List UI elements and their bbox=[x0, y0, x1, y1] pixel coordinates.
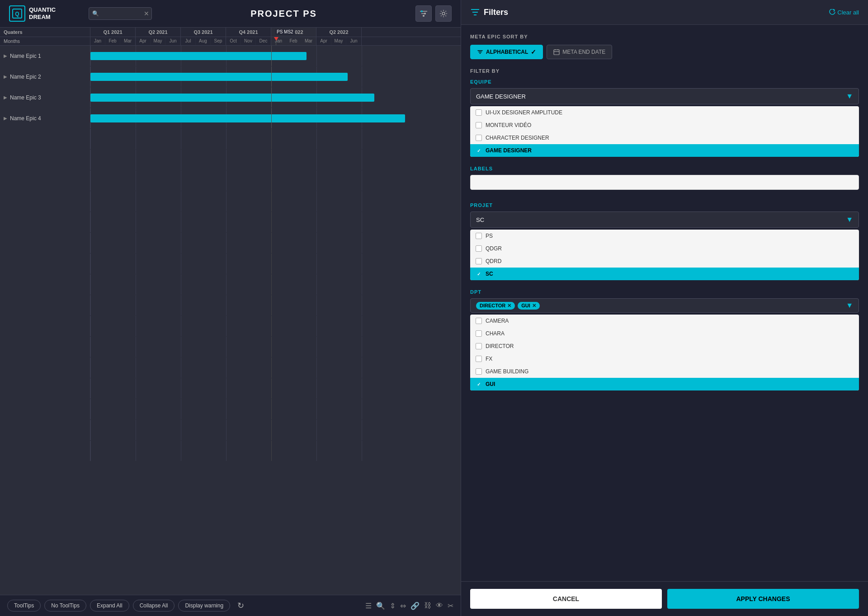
dpt-checkbox-gui[interactable]: ✓ bbox=[476, 381, 482, 387]
sort-meta-end-date-btn[interactable]: META END DATE bbox=[547, 45, 612, 59]
dpt-checkbox-camera[interactable] bbox=[476, 318, 482, 324]
milestone-label: PS MS2 bbox=[275, 29, 295, 35]
projet-checkbox-ps[interactable] bbox=[476, 233, 482, 239]
dpt-checkbox-fx[interactable] bbox=[476, 356, 482, 362]
svg-point-6 bbox=[424, 13, 426, 14]
equipe-option-4-selected[interactable]: ✓ GAME DESIGNER bbox=[470, 144, 859, 157]
equipe-checkbox-1[interactable] bbox=[476, 109, 482, 116]
zoom-in-icon[interactable]: 🔍 bbox=[376, 602, 385, 610]
dpt-checkbox-chara[interactable] bbox=[476, 330, 482, 337]
calendar-icon bbox=[553, 49, 560, 55]
equipe-checkbox-2[interactable] bbox=[476, 122, 482, 128]
expand-icon[interactable]: ▶ bbox=[4, 74, 7, 79]
expand-icon[interactable]: ▶ bbox=[4, 53, 7, 58]
link-icon-2[interactable]: ⛓ bbox=[424, 602, 431, 610]
display-warning-btn[interactable]: Display warning bbox=[178, 600, 230, 611]
expand-icon[interactable]: ▶ bbox=[4, 95, 7, 100]
expand-icon[interactable]: ▶ bbox=[4, 116, 7, 121]
dpt-checkbox-director[interactable] bbox=[476, 343, 482, 349]
projet-checkbox-qdrd[interactable] bbox=[476, 258, 482, 264]
clear-all-btn[interactable]: Clear all bbox=[829, 9, 859, 16]
no-tooltips-btn[interactable]: No ToolTips bbox=[44, 600, 86, 611]
zoom-vertical-icon[interactable]: ⇕ bbox=[390, 602, 396, 610]
logo-text: QUANTIC DREAM bbox=[29, 6, 56, 20]
epic-name: Name Epic 1 bbox=[10, 53, 41, 59]
eye-icon[interactable]: 👁 bbox=[436, 602, 443, 610]
search-clear-icon[interactable]: ✕ bbox=[144, 10, 149, 17]
zoom-horizontal-icon[interactable]: ⇔ bbox=[400, 602, 406, 610]
settings-icon-btn[interactable] bbox=[435, 5, 452, 22]
gantt-bar[interactable] bbox=[90, 94, 374, 102]
list-view-icon[interactable]: ☰ bbox=[365, 602, 372, 610]
equipe-option-3[interactable]: CHARACTER DESIGNER bbox=[470, 132, 859, 144]
dpt-option-director[interactable]: DIRECTOR bbox=[470, 340, 859, 353]
labels-input[interactable] bbox=[470, 175, 859, 190]
projet-option-sc-selected[interactable]: ✓ SC bbox=[470, 268, 859, 280]
search-bar[interactable]: 🔍 ✕ bbox=[89, 7, 152, 20]
projet-option-qdgr[interactable]: QDGR bbox=[470, 242, 859, 255]
projet-checkbox-sc[interactable]: ✓ bbox=[476, 271, 482, 277]
dpt-dropdown[interactable]: DIRECTOR ✕ GUI ✕ ▼ bbox=[470, 298, 859, 313]
expand-all-btn[interactable]: Expand All bbox=[90, 600, 129, 611]
refresh-icon[interactable]: ↻ bbox=[237, 601, 244, 611]
milestone-arrow-icon bbox=[274, 37, 278, 41]
dpt-tag-gui-close-icon[interactable]: ✕ bbox=[532, 303, 536, 309]
dpt-dropdown-arrow-icon: ▼ bbox=[846, 301, 853, 310]
gantt-bar[interactable] bbox=[90, 114, 405, 122]
dpt-checkbox-game-building[interactable] bbox=[476, 368, 482, 375]
collapse-all-btn[interactable]: Collapse All bbox=[133, 600, 175, 611]
equipe-section: EQUIPE GAME DESIGNER ▼ UI-UX DESIGNER AM… bbox=[470, 79, 859, 157]
cancel-button[interactable]: CANCEL bbox=[470, 589, 662, 609]
sort-buttons: ALPHABETICAL ✓ META END DATE bbox=[470, 45, 859, 59]
svg-text:Q: Q bbox=[15, 11, 19, 17]
table-row bbox=[0, 378, 461, 399]
dpt-option-chara[interactable]: CHARA bbox=[470, 327, 859, 340]
meta-epic-sort-label: META EPIC SORT BY bbox=[470, 34, 859, 39]
gantt-bar[interactable] bbox=[90, 73, 348, 81]
projet-dropdown[interactable]: SC ▼ bbox=[470, 212, 859, 228]
table-row bbox=[0, 441, 461, 461]
gantt-bar[interactable] bbox=[90, 52, 307, 60]
projet-option-qdrd[interactable]: QDRD bbox=[470, 255, 859, 268]
months-label: Months bbox=[0, 37, 90, 45]
projet-checkbox-qdgr[interactable] bbox=[476, 245, 482, 252]
sort-alphabetical-btn[interactable]: ALPHABETICAL ✓ bbox=[470, 45, 543, 59]
table-row bbox=[0, 357, 461, 378]
dpt-section: DPT DIRECTOR ✕ GUI ✕ ▼ C bbox=[470, 289, 859, 390]
svg-point-5 bbox=[421, 10, 423, 12]
table-row bbox=[0, 337, 461, 357]
link-icon-1[interactable]: 🔗 bbox=[410, 602, 420, 610]
dpt-option-fx[interactable]: FX bbox=[470, 353, 859, 365]
equipe-dropdown[interactable]: GAME DESIGNER ▼ bbox=[470, 88, 859, 104]
cut-icon[interactable]: ✂ bbox=[448, 602, 453, 610]
dpt-tag-director-close-icon[interactable]: ✕ bbox=[507, 303, 511, 309]
dpt-option-camera[interactable]: CAMERA bbox=[470, 315, 859, 327]
equipe-checkbox-3[interactable] bbox=[476, 135, 482, 141]
equipe-checkbox-4[interactable]: ✓ bbox=[476, 147, 482, 154]
equipe-option-1[interactable]: UI-UX DESIGNER AMPLITUDE bbox=[470, 106, 859, 119]
tooltips-btn[interactable]: ToolTips bbox=[7, 600, 41, 611]
epic-name: Name Epic 2 bbox=[10, 74, 41, 80]
logo: Q QUANTIC DREAM bbox=[9, 5, 81, 22]
svg-point-7 bbox=[423, 15, 425, 17]
dpt-option-gui-selected[interactable]: ✓ GUI bbox=[470, 378, 859, 390]
filter-icon-btn[interactable] bbox=[415, 5, 432, 22]
projet-option-ps[interactable]: PS bbox=[470, 230, 859, 242]
filter-by-label: FILTER BY bbox=[470, 68, 859, 74]
q3-2021-label: Q3 2021 bbox=[181, 28, 226, 37]
equipe-selected-value: GAME DESIGNER bbox=[476, 93, 526, 100]
projet-dropdown-list: PS QDGR QDRD ✓ SC bbox=[470, 230, 859, 280]
table-row bbox=[0, 129, 461, 150]
q4-2021-label: Q4 2021 bbox=[226, 28, 271, 37]
dpt-option-game-building[interactable]: GAME BUILDING bbox=[470, 365, 859, 378]
equipe-option-2[interactable]: MONTEUR VIDÉO bbox=[470, 119, 859, 132]
table-row bbox=[0, 420, 461, 441]
app-header: Q QUANTIC DREAM 🔍 ✕ PROJECT PS bbox=[0, 0, 461, 28]
table-row bbox=[0, 295, 461, 316]
bottom-toolbar: ToolTips No ToolTips Expand All Collapse… bbox=[0, 595, 461, 616]
table-row bbox=[0, 233, 461, 254]
dpt-dropdown-list: CAMERA CHARA DIRECTOR FX bbox=[470, 315, 859, 390]
q2-2021-label: Q2 2021 bbox=[136, 28, 181, 37]
apply-changes-button[interactable]: APPLY CHANGES bbox=[667, 589, 859, 609]
project-title: PROJECT PS bbox=[159, 9, 408, 19]
